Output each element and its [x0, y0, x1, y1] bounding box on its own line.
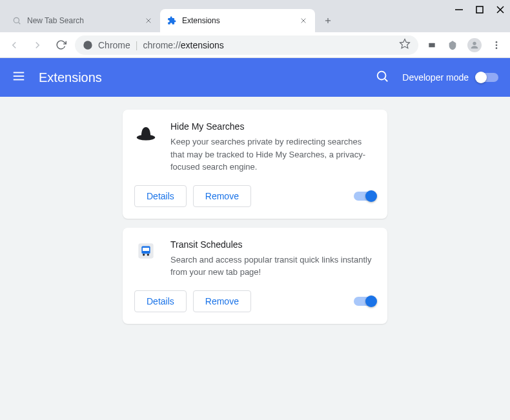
back-button[interactable] [5, 36, 23, 54]
extension-card: Hide My Searches Keep your searches priv… [123, 110, 387, 219]
close-icon[interactable] [298, 15, 309, 26]
enable-toggle[interactable] [354, 192, 376, 201]
profile-avatar[interactable] [467, 38, 482, 52]
page-title: Extensions [39, 70, 362, 85]
hat-icon [134, 121, 158, 145]
maximize-button[interactable] [475, 5, 484, 17]
svg-point-0 [14, 17, 19, 23]
svg-point-22 [378, 72, 386, 80]
close-icon[interactable] [143, 15, 154, 26]
svg-point-18 [496, 47, 498, 49]
url-text: chrome://extensions [143, 40, 394, 50]
extension-description: Keep your searches private by redirectin… [170, 135, 376, 174]
svg-line-23 [385, 79, 388, 81]
url-prefix: Chrome [98, 40, 130, 50]
developer-mode: Developer mode [402, 72, 498, 83]
hamburger-icon[interactable] [12, 69, 26, 86]
reload-button[interactable] [52, 36, 70, 54]
puzzle-icon [167, 15, 177, 26]
tab-extensions[interactable]: Extensions [160, 9, 315, 32]
search-icon [12, 15, 22, 26]
extension-card: Transit Schedules Search and access popu… [123, 228, 387, 324]
svg-point-16 [496, 41, 498, 43]
minimize-button[interactable] [454, 5, 464, 17]
details-button[interactable]: Details [134, 185, 187, 207]
extension-name: Hide My Searches [170, 121, 376, 132]
site-info-icon[interactable] [83, 40, 93, 50]
details-button[interactable]: Details [134, 290, 187, 312]
extension-name: Transit Schedules [170, 239, 376, 250]
tab-strip: New Tab Search Extensions [5, 0, 337, 32]
svg-rect-14 [429, 43, 434, 47]
forward-button[interactable] [28, 36, 46, 54]
developer-mode-toggle[interactable] [476, 73, 498, 82]
developer-mode-label: Developer mode [402, 72, 469, 83]
toolbar-actions [423, 38, 505, 52]
extension-icon[interactable] [426, 39, 438, 51]
tab-new-tab-search[interactable]: New Tab Search [5, 9, 160, 32]
new-tab-button[interactable] [319, 12, 337, 30]
remove-button[interactable]: Remove [193, 290, 251, 312]
remove-button[interactable]: Remove [193, 185, 251, 207]
svg-point-28 [143, 254, 145, 255]
svg-rect-27 [143, 248, 149, 251]
svg-marker-13 [400, 39, 410, 48]
bus-icon [134, 239, 158, 263]
svg-point-15 [473, 41, 476, 45]
tab-title: New Tab Search [27, 16, 138, 25]
svg-point-29 [147, 254, 149, 255]
enable-toggle[interactable] [354, 297, 376, 306]
bookmark-icon[interactable] [399, 38, 411, 52]
extensions-list: Hide My Searches Keep your searches priv… [0, 97, 510, 420]
svg-point-17 [496, 44, 498, 46]
extension-description: Search and access popular transit quick … [170, 254, 376, 279]
svg-point-12 [83, 41, 92, 49]
search-icon[interactable] [375, 69, 389, 86]
svg-line-1 [19, 23, 21, 25]
address-bar[interactable]: Chrome | chrome://extensions [75, 35, 418, 55]
tab-title: Extensions [182, 16, 293, 25]
window-titlebar: New Tab Search Extensions [0, 0, 510, 32]
extension-icon-2[interactable] [447, 39, 458, 51]
window-controls [454, 5, 505, 17]
menu-icon[interactable] [491, 39, 502, 51]
extensions-header: Extensions Developer mode [0, 58, 510, 97]
close-button[interactable] [496, 5, 505, 17]
browser-toolbar: Chrome | chrome://extensions [0, 32, 510, 58]
svg-rect-9 [476, 6, 483, 13]
